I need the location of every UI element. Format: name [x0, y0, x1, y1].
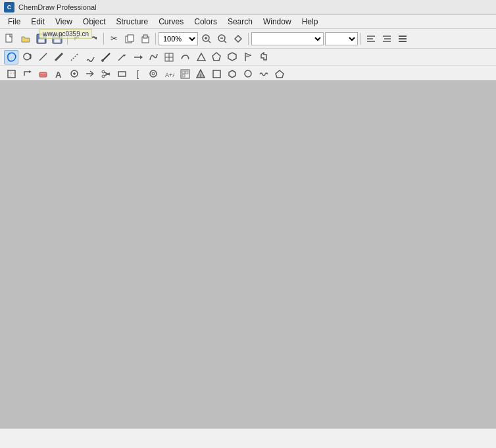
- svg-marker-56: [29, 70, 32, 73]
- arrow-tool[interactable]: [114, 50, 129, 64]
- zoom-select[interactable]: 100% 25% 50% 75% 150% 200% 400%: [159, 32, 198, 45]
- zoom-in-button[interactable]: [199, 32, 214, 46]
- separator4: [248, 33, 249, 45]
- svg-line-33: [39, 53, 47, 61]
- svg-marker-51: [245, 53, 251, 57]
- arrow-right2-tool[interactable]: [83, 67, 97, 82]
- menu-window[interactable]: Window: [258, 16, 297, 28]
- menu-structure[interactable]: Structure: [111, 16, 154, 28]
- svg-marker-84: [276, 70, 284, 78]
- svg-marker-47: [197, 53, 205, 61]
- rectangle-tool[interactable]: [114, 67, 129, 82]
- atom-dropdown[interactable]: [325, 32, 358, 45]
- wave2-tool[interactable]: [257, 67, 271, 82]
- app-icon: C: [4, 2, 14, 12]
- lasso-select-tool[interactable]: [4, 50, 18, 64]
- line-tool[interactable]: [36, 50, 50, 64]
- electron-tool[interactable]: [178, 50, 192, 64]
- pentagon2-tool[interactable]: [272, 67, 287, 82]
- circle-tool[interactable]: [241, 67, 255, 82]
- svg-point-67: [102, 75, 105, 78]
- bracket-tool[interactable]: [: [130, 67, 145, 82]
- svg-point-73: [152, 72, 155, 75]
- open-button[interactable]: [18, 32, 33, 46]
- redo-button[interactable]: [86, 32, 101, 46]
- svg-rect-78: [182, 74, 185, 77]
- formula-tool[interactable]: [67, 67, 82, 82]
- flag-tool[interactable]: [241, 50, 255, 64]
- svg-marker-49: [228, 53, 236, 61]
- single-bond-tool[interactable]: [99, 50, 113, 64]
- menu-colors[interactable]: Colors: [189, 16, 222, 28]
- separator1: [67, 33, 68, 45]
- menu-help[interactable]: Help: [297, 16, 324, 28]
- svg-point-37: [101, 59, 104, 62]
- align-right-button[interactable]: [380, 32, 394, 46]
- eraser-tool[interactable]: [36, 67, 50, 82]
- cut-button[interactable]: ✂: [107, 32, 121, 46]
- svg-line-38: [118, 55, 124, 61]
- menu-edit[interactable]: Edit: [26, 16, 50, 28]
- text-tool[interactable]: A: [51, 67, 66, 82]
- canvas-area[interactable]: [0, 80, 496, 428]
- svg-rect-12: [143, 35, 147, 38]
- save-button[interactable]: [34, 32, 49, 46]
- triangle-tool[interactable]: [193, 50, 208, 64]
- pentagon-tool[interactable]: [209, 50, 224, 64]
- pin-tool[interactable]: [193, 67, 208, 82]
- svg-rect-2: [39, 34, 43, 37]
- new-button[interactable]: [3, 32, 17, 46]
- arrow-curved-tool[interactable]: [257, 50, 271, 64]
- square-tool[interactable]: [209, 67, 224, 82]
- svg-line-36: [103, 53, 110, 61]
- title-bar: C ChemDraw Professional: [0, 0, 496, 14]
- menu-file[interactable]: File: [3, 16, 26, 28]
- svg-marker-82: [229, 70, 236, 78]
- align-left-button[interactable]: [364, 32, 378, 46]
- right-arrow-tool[interactable]: [130, 50, 145, 64]
- undo-button[interactable]: [70, 32, 85, 46]
- copy-button[interactable]: [122, 32, 137, 46]
- svg-marker-52: [261, 53, 266, 60]
- hexagon-tool[interactable]: [225, 50, 239, 64]
- hexagon2-tool[interactable]: [225, 67, 239, 82]
- svg-rect-6: [54, 39, 61, 43]
- menu-search[interactable]: Search: [222, 16, 258, 28]
- svg-point-31: [24, 53, 30, 60]
- ring-tool[interactable]: [146, 67, 161, 82]
- zoom-out-button[interactable]: [215, 32, 230, 46]
- wavy-line-tool[interactable]: [83, 50, 97, 64]
- menu-view[interactable]: View: [50, 16, 78, 28]
- svg-point-83: [245, 70, 251, 77]
- svg-rect-3: [38, 39, 45, 43]
- template-tool[interactable]: [178, 67, 192, 82]
- svg-text:[: [: [135, 69, 140, 79]
- bond-type-dropdown[interactable]: [251, 32, 324, 45]
- scissors-tool[interactable]: [99, 67, 113, 82]
- svg-rect-10: [128, 35, 134, 41]
- app-title: ChemDraw Professional: [18, 3, 97, 11]
- dashed-line-tool[interactable]: [67, 50, 82, 64]
- paste-button[interactable]: [138, 32, 153, 46]
- svg-marker-41: [140, 55, 143, 59]
- resize-tool[interactable]: A+A: [162, 67, 176, 82]
- save-as-button[interactable]: [50, 32, 64, 46]
- separator5: [360, 33, 361, 45]
- curve-tool[interactable]: [146, 50, 161, 64]
- svg-line-34: [55, 53, 62, 61]
- svg-rect-53: [8, 70, 15, 78]
- svg-rect-70: [118, 72, 126, 76]
- menu-curves[interactable]: Curves: [153, 16, 189, 28]
- svg-line-16: [209, 41, 211, 43]
- align-both-button[interactable]: [395, 32, 410, 46]
- main-toolbar: ✂ 100% 25% 50% 75% 150% 200% 400%: [0, 29, 496, 49]
- bold-line-tool[interactable]: [51, 50, 66, 64]
- rotate90-tool[interactable]: [20, 67, 34, 82]
- svg-line-19: [224, 41, 226, 43]
- table-tool[interactable]: [162, 50, 176, 64]
- menu-object[interactable]: Object: [78, 16, 111, 28]
- svg-rect-57: [39, 72, 47, 77]
- rotate-tool[interactable]: [20, 50, 34, 64]
- crop-tool[interactable]: [4, 67, 18, 82]
- svg-rect-81: [213, 70, 220, 78]
